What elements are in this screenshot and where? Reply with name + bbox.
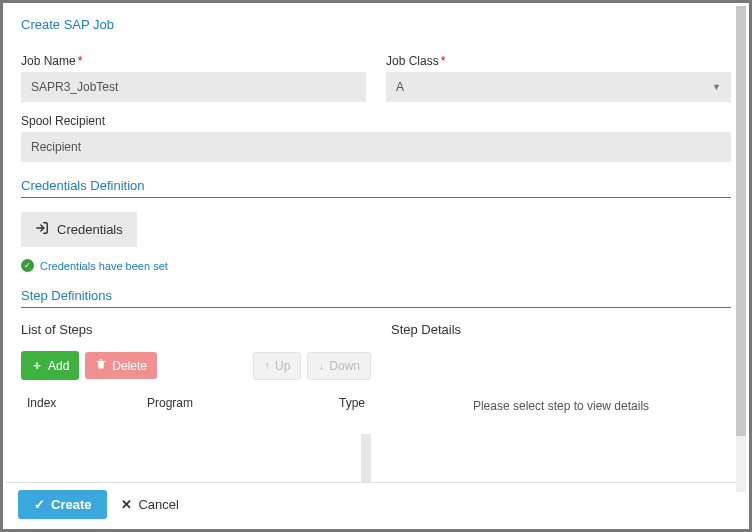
- col-index: Index: [27, 396, 147, 410]
- job-class-field: Job Class* A ▼: [386, 54, 731, 102]
- move-down-button[interactable]: ↓ Down: [307, 352, 371, 380]
- spool-recipient-input[interactable]: [21, 132, 731, 162]
- steps-table-body: [21, 420, 371, 486]
- arrow-down-icon: ↓: [318, 359, 324, 373]
- cancel-button[interactable]: ✕ Cancel: [121, 497, 178, 512]
- dialog-body: Create SAP Job Job Name* Job Class* A ▼ …: [3, 3, 749, 489]
- add-step-button[interactable]: ＋ Add: [21, 351, 79, 380]
- create-button[interactable]: ✓ Create: [18, 490, 107, 519]
- job-class-label: Job Class*: [386, 54, 731, 68]
- job-class-value: A: [396, 80, 404, 94]
- step-definitions-section-title: Step Definitions: [21, 288, 731, 308]
- col-program: Program: [147, 396, 305, 410]
- steps-list-title: List of Steps: [21, 322, 371, 337]
- credentials-button[interactable]: Credentials: [21, 212, 137, 247]
- move-up-button[interactable]: ↑ Up: [253, 352, 301, 380]
- plus-icon: ＋: [31, 357, 43, 374]
- chevron-down-icon: ▼: [712, 82, 721, 92]
- close-icon: ✕: [121, 497, 132, 512]
- dialog-title: Create SAP Job: [21, 17, 731, 32]
- credentials-status: ✓ Credentials have been set: [21, 259, 731, 272]
- step-details-panel: Step Details Please select step to view …: [391, 322, 731, 486]
- job-class-select[interactable]: A ▼: [386, 72, 731, 102]
- steps-toolbar: ＋ Add Delete ↑ Up ↓ Down: [21, 351, 371, 380]
- steps-list-panel: List of Steps ＋ Add Delete ↑ Up: [21, 322, 371, 486]
- step-details-placeholder: Please select step to view details: [391, 351, 731, 413]
- required-mark: *: [78, 54, 83, 68]
- check-icon: ✓: [34, 497, 45, 512]
- job-name-field: Job Name*: [21, 54, 366, 102]
- trash-icon: [95, 358, 107, 373]
- dialog-footer: ✓ Create ✕ Cancel: [6, 482, 736, 526]
- arrow-up-icon: ↑: [264, 359, 270, 373]
- job-name-label: Job Name*: [21, 54, 366, 68]
- delete-step-button[interactable]: Delete: [85, 352, 157, 379]
- steps-table-scrollbar[interactable]: [361, 434, 371, 486]
- spool-recipient-field: Spool Recipient: [21, 114, 731, 162]
- required-mark: *: [441, 54, 446, 68]
- steps-table-header: Index Program Type: [21, 396, 371, 420]
- check-circle-icon: ✓: [21, 259, 34, 272]
- login-icon: [35, 221, 49, 238]
- job-name-input[interactable]: [21, 72, 366, 102]
- credentials-status-text: Credentials have been set: [40, 260, 168, 272]
- step-details-title: Step Details: [391, 322, 731, 337]
- credentials-section-title: Credentials Definition: [21, 178, 731, 198]
- spool-recipient-label: Spool Recipient: [21, 114, 731, 128]
- col-type: Type: [305, 396, 365, 410]
